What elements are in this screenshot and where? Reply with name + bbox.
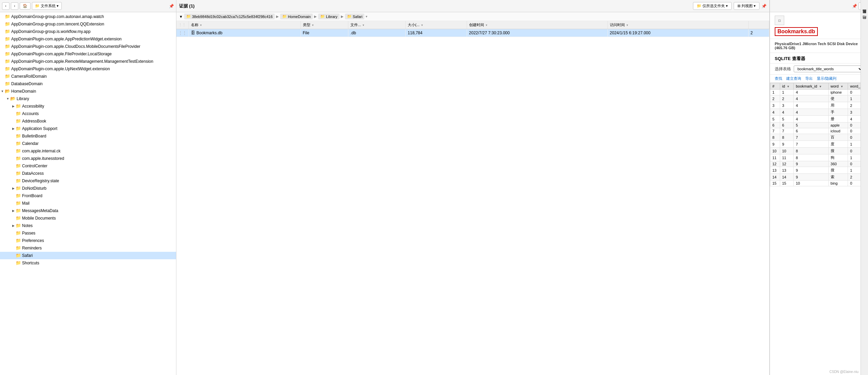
- tree-toggle-safari[interactable]: [11, 253, 16, 258]
- tree-item-appdomainplugin-fileprovider[interactable]: 📁AppDomainPlugin-com.apple.FileProvider.…: [0, 50, 176, 58]
- tree-item-camerarolldomain[interactable]: 📁CameraRollDomain: [0, 73, 176, 80]
- home-button[interactable]: 🏠: [20, 2, 31, 10]
- vtab-annotations[interactable]: 注释和配置: [861, 14, 868, 19]
- tree-item-donotdisturb[interactable]: ▶📁DoNotDisturb: [0, 185, 176, 192]
- tree-toggle-appdomaingroup-autonavi[interactable]: [0, 14, 5, 19]
- breadcrumb-homedomain[interactable]: 📁 HomeDomain: [280, 14, 313, 19]
- tree-toggle-accounts[interactable]: [11, 111, 16, 116]
- sqlite-col-bookmark-id[interactable]: bookmark_id ▼: [794, 83, 828, 90]
- build-query-link[interactable]: 建立查询: [786, 76, 801, 81]
- tree-toggle-notes[interactable]: ▶: [11, 223, 16, 228]
- sqlite-row[interactable]: 4 4 4 手 3: [770, 109, 868, 116]
- tree-item-passes[interactable]: 📁Passes: [0, 229, 176, 237]
- tree-toggle-preferences[interactable]: [11, 238, 16, 243]
- sqlite-row[interactable]: 13 13 9 搜 1: [770, 167, 868, 174]
- tree-toggle-bulletinboard[interactable]: [11, 134, 16, 138]
- sqlite-row[interactable]: 14 14 9 索 2: [770, 174, 868, 181]
- middle-pin-icon[interactable]: 📌: [761, 4, 767, 8]
- sqlite-row[interactable]: 6 6 5 apple 0: [770, 123, 868, 128]
- sqlite-row[interactable]: 1 1 4 iphone 0: [770, 90, 868, 95]
- tree-item-databasedomain[interactable]: 📁DatabaseDomain: [0, 80, 176, 88]
- show-hide-cols-link[interactable]: 显示/隐藏列: [817, 76, 836, 81]
- tree-item-addressbook[interactable]: 📁AddressBook: [0, 117, 176, 125]
- tree-item-mail[interactable]: 📁Mail: [0, 200, 176, 207]
- col-type-header[interactable]: 类型 ▾: [301, 21, 348, 29]
- tree-item-reminders[interactable]: 📁Reminders: [0, 244, 176, 252]
- tree-item-application-support[interactable]: ▶📁Application Support: [0, 125, 176, 132]
- tree-item-com-apple-itunesstored[interactable]: 📁com.apple.itunesstored: [0, 155, 176, 162]
- sqlite-row[interactable]: 5 5 4 册 4: [770, 116, 868, 123]
- tree-toggle-appdomainplugin-fileprovider[interactable]: [0, 52, 5, 56]
- tree-toggle-shortcuts[interactable]: [11, 261, 16, 265]
- export-link[interactable]: 导出: [805, 76, 813, 81]
- tree-toggle-homedomain[interactable]: ▼: [0, 89, 5, 94]
- tree-toggle-accessibility[interactable]: ▶: [11, 104, 16, 109]
- tree-item-com-apple-internal[interactable]: 📁com.apple.internal.ck: [0, 147, 176, 155]
- tree-item-messagesmetadata[interactable]: ▶📁MessagesMetaData: [0, 207, 176, 214]
- tree-toggle-appdomainplugin-remotemanagement[interactable]: [0, 59, 5, 64]
- filesystem-button[interactable]: 📁 文件系统 ▾: [32, 2, 62, 10]
- tree-item-appdomaingroup-qq[interactable]: 📁AppDomainGroup-group.com.tencent.QQExte…: [0, 20, 176, 28]
- tree-toggle-appdomainplugin-clouddocs[interactable]: [0, 44, 5, 49]
- tree-toggle-donotdisturb[interactable]: ▶: [11, 186, 16, 191]
- tree-toggle-library[interactable]: ▼: [5, 96, 10, 101]
- col-created-header[interactable]: 创建时间 ▾: [467, 21, 607, 29]
- tree-toggle-mobile-documents[interactable]: [11, 216, 16, 221]
- sqlite-row[interactable]: 3 3 4 用 2: [770, 102, 868, 109]
- tree-item-homedomain[interactable]: ▼📂HomeDomain: [0, 88, 176, 95]
- nav-forward-button[interactable]: ›: [11, 2, 18, 10]
- tree-toggle-appdomainplugin-upnext[interactable]: [0, 67, 5, 71]
- col-name-header[interactable]: 名称 ▾: [189, 21, 301, 29]
- tree-item-bulletinboard[interactable]: 📁BulletinBoard: [0, 132, 176, 140]
- sqlite-row[interactable]: 7 7 6 icloud 0: [770, 128, 868, 134]
- table-select[interactable]: bookmark_title_words: [794, 65, 863, 72]
- tree-item-notes[interactable]: ▶📁Notes: [0, 222, 176, 229]
- tree-item-appdomaingroup-autonavi[interactable]: 📁AppDomainGroup-group.com.autonavi.amap.…: [0, 13, 176, 20]
- tree-item-appdomaingroup-workflow[interactable]: 📁AppDomainGroup-group.is.workflow.my.app: [0, 28, 176, 35]
- col-ext-header[interactable]: 文件... ▾: [348, 21, 406, 29]
- tree-item-accessibility[interactable]: ▶📁Accessibility: [0, 102, 176, 110]
- col-accessed-header[interactable]: 访问时间 ▾: [607, 21, 748, 29]
- tree-item-appdomainplugin-upnext[interactable]: 📁AppDomainPlugin-com.apple.UpNextWidget.…: [0, 65, 176, 73]
- sqlite-row[interactable]: 2 2 4 使 1: [770, 95, 868, 102]
- tree-toggle-deviceregistry[interactable]: [11, 179, 16, 183]
- sqlite-row[interactable]: 8 8 7 百 0: [770, 134, 868, 141]
- tree-item-appdomainplugin-apprediction[interactable]: 📁AppDomainPlugin-com.apple.AppPrediction…: [0, 35, 176, 43]
- tree-toggle-messagesmetadata[interactable]: ▶: [11, 208, 16, 213]
- tree-item-accounts[interactable]: 📁Accounts: [0, 110, 176, 117]
- breadcrumb-hash[interactable]: 📁 38eb9848d19c02cab32ca7c125c5e834f298c4…: [184, 14, 275, 19]
- filter-folder-button[interactable]: 📁 仅所选文件夹 ▾: [693, 2, 732, 10]
- tree-item-appdomainplugin-clouddocs[interactable]: 📁AppDomainPlugin-com.apple.CloudDocs.Mob…: [0, 43, 176, 50]
- sqlite-row[interactable]: 11 11 8 狗 1: [770, 154, 868, 161]
- tree-toggle-appdomaingroup-workflow[interactable]: [0, 29, 5, 34]
- tree-item-mobile-documents[interactable]: 📁Mobile Documents: [0, 214, 176, 222]
- tree-toggle-appdomaingroup-qq[interactable]: [0, 22, 5, 26]
- tree-item-appdomainplugin-remotemanagement[interactable]: 📁AppDomainPlugin-com.apple.RemoteManagem…: [0, 58, 176, 65]
- sqlite-row[interactable]: 9 9 7 度 1: [770, 141, 868, 148]
- tree-toggle-application-support[interactable]: ▶: [11, 126, 16, 131]
- view-mode-button[interactable]: ⊞ 列视图 ▾: [734, 2, 759, 10]
- find-link[interactable]: 查找: [775, 76, 782, 81]
- tree-toggle-frontboard[interactable]: [11, 193, 16, 198]
- right-pin-icon[interactable]: 📌: [852, 4, 857, 8]
- tree-item-dataaccess[interactable]: 📁DataAccess: [0, 170, 176, 177]
- tree-item-controlcenter[interactable]: 📁ControlCenter: [0, 162, 176, 170]
- vtab-structure[interactable]: 结构: [861, 20, 868, 25]
- table-row[interactable]: ⋮⋮ 🗄Bookmarks.db File .db 118,784 2022/7…: [176, 29, 769, 37]
- breadcrumb-library[interactable]: 📁 Library: [318, 14, 340, 19]
- nav-back-button[interactable]: ‹: [2, 2, 9, 10]
- tree-toggle-appdomainplugin-apprediction[interactable]: [0, 37, 5, 41]
- pin-icon[interactable]: 📌: [169, 4, 174, 8]
- sqlite-col-word[interactable]: word ▼: [828, 83, 848, 90]
- sqlite-row[interactable]: 12 12 9 360 0: [770, 161, 868, 167]
- tree-toggle-com-apple-internal[interactable]: [11, 149, 16, 153]
- tree-toggle-camerarolldomain[interactable]: [0, 74, 5, 79]
- tree-item-library[interactable]: ▼📂Library: [0, 95, 176, 102]
- sqlite-row[interactable]: 15 15 10 bing 0: [770, 181, 868, 186]
- breadcrumb-safari[interactable]: 📁 Safari: [345, 14, 365, 19]
- tree-item-calendar[interactable]: 📁Calendar: [0, 140, 176, 147]
- tree-toggle-calendar[interactable]: [11, 141, 16, 146]
- tree-item-deviceregistry[interactable]: 📁DeviceRegistry.state: [0, 177, 176, 185]
- tree-item-safari[interactable]: 📁Safari: [0, 252, 176, 259]
- tree-toggle-com-apple-itunesstored[interactable]: [11, 156, 16, 161]
